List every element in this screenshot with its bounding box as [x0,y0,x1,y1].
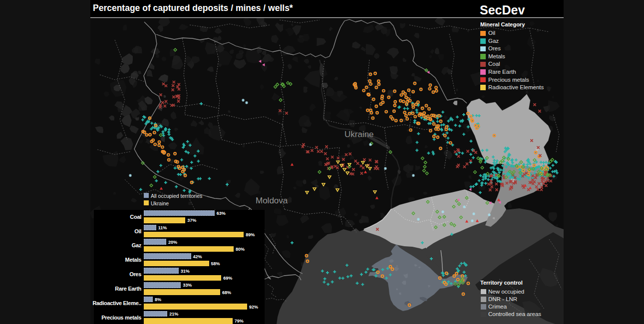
svg-text:Moldova: Moldova [256,196,288,205]
svg-text:Ukraine: Ukraine [344,130,374,139]
